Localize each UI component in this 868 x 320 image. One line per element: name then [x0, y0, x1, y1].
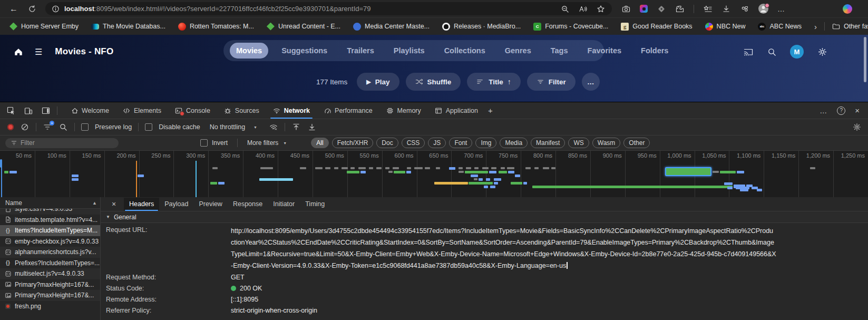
- copilot-icon[interactable]: [843, 4, 852, 14]
- request-row[interactable]: Primary?maxHeight=167&...: [0, 279, 100, 290]
- record-network-log-button[interactable]: [7, 124, 14, 130]
- play-button[interactable]: ▶ Play: [357, 73, 399, 91]
- filter-button[interactable]: Filter: [527, 73, 576, 91]
- filter-type-media[interactable]: Media: [500, 138, 528, 148]
- bookmark-item[interactable]: Media Center Maste...: [353, 23, 430, 31]
- settings-menu-icon[interactable]: …: [777, 5, 785, 13]
- request-row[interactable]: itemstab.template.html?v=4...: [0, 215, 100, 226]
- clear-network-log-icon[interactable]: [20, 122, 30, 132]
- filter-type-css[interactable]: CSS: [402, 138, 425, 148]
- details-tab-payload[interactable]: Payload: [159, 198, 193, 211]
- request-row[interactable]: fresh.png: [0, 301, 100, 312]
- disable-cache-checkbox[interactable]: [145, 123, 152, 131]
- tab-folders[interactable]: Folders: [635, 43, 675, 59]
- bookmark-item[interactable]: NBC New: [705, 23, 746, 31]
- details-tab-response[interactable]: Response: [228, 198, 268, 211]
- page-scrollbar-thumb[interactable]: [864, 37, 866, 82]
- request-row[interactable]: emby-checkbox.js?v=4.9.0.33: [0, 236, 100, 247]
- details-tab-timing[interactable]: Timing: [300, 198, 330, 211]
- favorites-list-icon[interactable]: [703, 4, 713, 14]
- throttling-dropdown[interactable]: No throttling: [210, 123, 245, 131]
- hamburger-menu-icon[interactable]: ☰: [35, 47, 42, 57]
- network-settings-gear-icon[interactable]: [852, 122, 868, 132]
- preserve-log-checkbox[interactable]: [81, 123, 89, 131]
- filter-type-other[interactable]: Other: [623, 138, 650, 148]
- favorite-star-icon[interactable]: [596, 4, 606, 14]
- video-popout-icon[interactable]: [657, 4, 666, 14]
- bookmark-item[interactable]: abcABC News: [758, 23, 801, 31]
- read-aloud-icon[interactable]: [578, 4, 588, 14]
- downloads-icon[interactable]: [721, 4, 731, 14]
- request-row[interactable]: alphanumericshortcuts.js?v...: [0, 247, 100, 258]
- bookmark-item[interactable]: Unread Content - E...: [267, 23, 340, 31]
- filter-toggle-icon[interactable]: ×: [43, 122, 52, 132]
- devtools-tab-console[interactable]: Console: [168, 102, 217, 119]
- bookmark-item[interactable]: Releases · MediaBro...: [442, 23, 521, 31]
- shuffle-button[interactable]: Shuffle: [406, 73, 461, 91]
- screenshot-icon[interactable]: [640, 5, 648, 13]
- selected-request-bar[interactable]: [665, 167, 711, 176]
- address-bar[interactable]: localhost:8095/web/index.html#!/videos?s…: [45, 2, 612, 15]
- filter-type-wasm[interactable]: Wasm: [592, 138, 621, 148]
- request-row[interactable]: multiselect.js?v=4.9.0.33: [0, 268, 100, 279]
- invert-label[interactable]: Invert: [212, 139, 228, 147]
- devtools-tab-performance[interactable]: Performance: [317, 102, 379, 119]
- import-har-icon[interactable]: [291, 122, 301, 132]
- tab-genres[interactable]: Genres: [499, 43, 538, 59]
- tab-collections[interactable]: Collections: [438, 43, 492, 59]
- request-row[interactable]: {}Prefixes?IncludeItemTypes=...: [0, 258, 100, 269]
- network-conditions-icon[interactable]: [269, 122, 278, 132]
- web-capture-icon[interactable]: [621, 4, 631, 14]
- bookmark-item[interactable]: gGood Reader Books: [621, 23, 692, 31]
- search-icon[interactable]: [767, 47, 776, 56]
- inspect-element-icon[interactable]: [6, 106, 16, 115]
- export-har-icon[interactable]: [307, 122, 317, 132]
- general-section-header[interactable]: ▼ General: [101, 211, 868, 223]
- more-bookmarks-chevron[interactable]: ›: [814, 22, 817, 31]
- profile-avatar[interactable]: [758, 4, 768, 14]
- request-row[interactable]: {}Items?IncludeItemTypes=M...: [0, 225, 100, 236]
- user-avatar[interactable]: M: [790, 45, 804, 59]
- browser-essentials-icon[interactable]: [740, 4, 749, 14]
- preserve-log-label[interactable]: Preserve log: [95, 123, 132, 131]
- filter-input[interactable]: Filter: [5, 138, 119, 148]
- home-icon[interactable]: [14, 47, 23, 56]
- more-tabs-button[interactable]: +: [485, 102, 496, 119]
- devtools-menu-icon[interactable]: …: [820, 106, 827, 115]
- device-toolbar-icon[interactable]: [24, 106, 33, 115]
- request-row[interactable]: Primary?maxHeight=167&...: [0, 290, 100, 301]
- filter-type-doc[interactable]: Doc: [376, 138, 398, 148]
- disable-cache-label[interactable]: Disable cache: [159, 123, 200, 131]
- filter-type-img[interactable]: Img: [475, 138, 496, 148]
- filter-type-all[interactable]: All: [311, 138, 328, 148]
- details-tab-preview[interactable]: Preview: [193, 198, 227, 211]
- tab-movies[interactable]: Movies: [230, 43, 268, 59]
- bookmark-item[interactable]: Rotten Tomatoes: M...: [178, 23, 254, 31]
- site-info-icon[interactable]: [52, 5, 60, 13]
- help-icon[interactable]: ?: [837, 106, 845, 115]
- more-filters-dropdown[interactable]: More filters ▼: [247, 139, 287, 147]
- zoom-out-icon[interactable]: [560, 4, 570, 14]
- tab-playlists[interactable]: Playlists: [387, 43, 431, 59]
- details-tab-initiator[interactable]: Initiator: [268, 198, 300, 211]
- devtools-tab-memory[interactable]: Memory: [379, 102, 428, 119]
- cast-icon[interactable]: [744, 47, 753, 56]
- search-network-icon[interactable]: [58, 122, 68, 132]
- gear-icon[interactable]: [817, 47, 827, 56]
- tab-trailers[interactable]: Trailers: [340, 43, 381, 59]
- tab-favorites[interactable]: Favorites: [581, 43, 628, 59]
- details-tab-headers[interactable]: Headers: [124, 198, 159, 211]
- invert-checkbox[interactable]: [200, 139, 208, 147]
- timeline-selection-handle[interactable]: [0, 159, 2, 168]
- filter-type-fetchxhr[interactable]: Fetch/XHR: [332, 138, 374, 148]
- devtools-tab-welcome[interactable]: Welcome: [64, 102, 116, 119]
- dock-side-icon[interactable]: [41, 106, 51, 115]
- name-column-header[interactable]: Name ▲: [0, 197, 100, 209]
- network-overview-timeline[interactable]: 50 ms100 ms150 ms200 ms250 ms300 ms350 m…: [0, 151, 868, 198]
- tab-tags[interactable]: Tags: [544, 43, 574, 59]
- close-details-icon[interactable]: ×: [107, 200, 121, 208]
- tab-suggestions[interactable]: Suggestions: [275, 43, 334, 59]
- other-favorites[interactable]: Other favorites: [832, 23, 868, 31]
- devtools-tab-sources[interactable]: Sources: [217, 102, 266, 119]
- devtools-tab-network[interactable]: Network: [266, 102, 317, 119]
